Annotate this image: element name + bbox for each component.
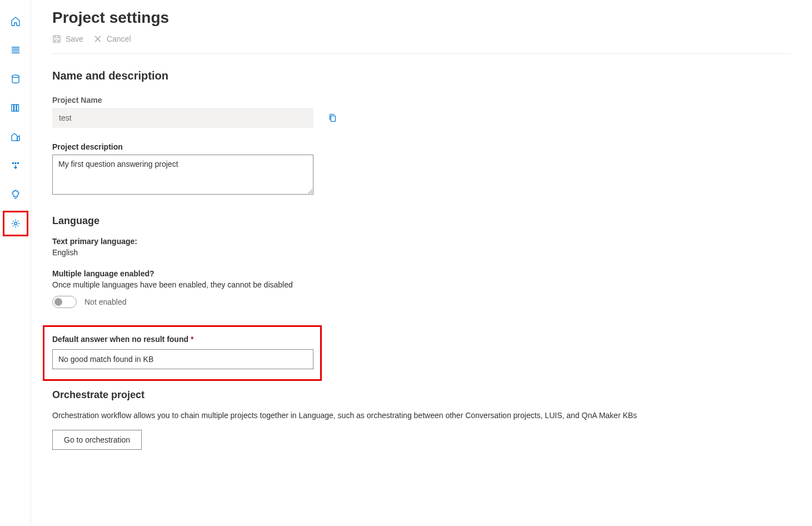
home-icon [10, 16, 21, 27]
svg-rect-1 [12, 105, 14, 111]
svg-rect-9 [331, 116, 335, 121]
project-desc-field[interactable] [52, 155, 313, 195]
nav-lines[interactable] [4, 39, 27, 61]
copy-project-name-button[interactable] [326, 111, 339, 125]
buildings-icon [10, 131, 21, 142]
default-answer-field[interactable] [52, 349, 313, 369]
svg-rect-4 [12, 162, 14, 164]
text-primary-value: English [52, 248, 791, 257]
nav-home[interactable] [4, 10, 27, 32]
save-icon [52, 34, 61, 43]
save-button[interactable]: Save [52, 34, 83, 43]
svg-point-0 [12, 75, 19, 77]
nav-library[interactable] [4, 97, 27, 119]
default-answer-label-text: Default answer when no result found [52, 335, 188, 344]
copy-icon [327, 113, 337, 123]
svg-rect-6 [17, 162, 19, 164]
toolbar: Save Cancel [52, 34, 791, 54]
nav-deploy[interactable] [4, 155, 27, 177]
svg-rect-2 [14, 105, 16, 111]
cancel-button[interactable]: Cancel [93, 34, 131, 43]
lightbulb-icon [10, 189, 21, 200]
nav-settings[interactable] [4, 212, 27, 235]
multi-lang-label: Multiple language enabled? [52, 269, 791, 278]
svg-rect-3 [17, 105, 19, 111]
multi-lang-toggle[interactable] [52, 296, 77, 308]
gear-icon [10, 218, 21, 229]
section-language: Language [52, 215, 791, 227]
deploy-icon [10, 160, 21, 171]
orchestrate-desc: Orchestration workflow allows you to cha… [52, 411, 791, 420]
section-name-desc: Name and description [52, 70, 791, 82]
default-answer-label: Default answer when no result found* [52, 335, 312, 344]
books-icon [10, 102, 21, 113]
project-name-field [52, 108, 313, 128]
page-title: Project settings [52, 9, 791, 27]
svg-rect-8 [53, 36, 60, 42]
sidebar [0, 0, 31, 526]
nav-insights[interactable] [4, 183, 27, 206]
required-indicator: * [191, 335, 193, 344]
default-answer-block: Default answer when no result found* [44, 327, 320, 379]
section-orchestrate: Orchestrate project [52, 389, 791, 401]
nav-buildings[interactable] [4, 126, 27, 148]
project-name-label: Project Name [52, 96, 791, 105]
project-desc-label: Project description [52, 142, 791, 151]
svg-rect-5 [14, 162, 16, 164]
multi-lang-note: Once multiple languages have been enable… [52, 280, 791, 289]
save-label: Save [66, 34, 83, 43]
cylinder-icon [10, 73, 21, 85]
main-content: Project settings Save Cancel Name and de… [31, 0, 812, 526]
close-icon [93, 34, 102, 43]
svg-point-7 [14, 222, 17, 225]
cancel-label: Cancel [107, 34, 131, 43]
go-to-orchestration-button[interactable]: Go to orchestration [52, 430, 142, 450]
multi-lang-toggle-label: Not enabled [84, 297, 127, 306]
nav-database[interactable] [4, 68, 27, 90]
list-icon [10, 44, 21, 56]
text-primary-label: Text primary language: [52, 237, 791, 246]
